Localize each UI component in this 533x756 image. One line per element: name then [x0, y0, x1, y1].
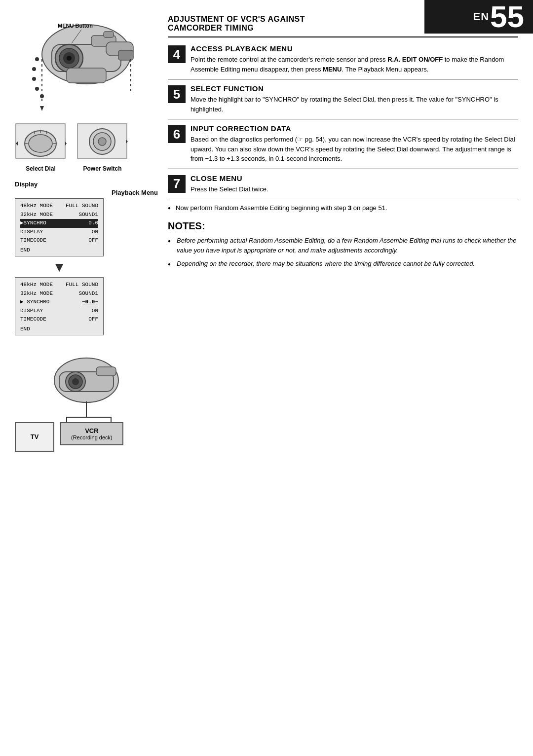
- step-6-title: INPUT CORRECTION DATA: [190, 124, 518, 133]
- power-switch-label: Power Switch: [83, 165, 121, 172]
- arrow-down-indicator: ▼: [15, 259, 104, 275]
- svg-point-18: [40, 94, 44, 98]
- dial-row: Select Dial Power Switch: [15, 123, 158, 172]
- camcorder-bottom-container: [15, 353, 158, 427]
- menu-row-3-highlighted: ▶SYNCHRO0.0: [20, 219, 98, 228]
- menu-screen-container: 48kHz MODEFULL SOUND 32kHz MODESOUND1 ▶S…: [15, 198, 104, 338]
- svg-rect-10: [67, 68, 106, 83]
- notes-section: NOTES: Before performing actual Random A…: [168, 220, 518, 269]
- power-switch-box: Power Switch: [76, 123, 128, 172]
- tv-label: TV: [31, 433, 39, 440]
- menu2-row-1: 48kHz MODEFULL SOUND: [20, 281, 98, 289]
- vcr-sublabel: (Recording deck): [71, 434, 113, 440]
- page-title-line2: CAMCORDER TIMING: [168, 24, 518, 33]
- right-column: ADJUSTMENT OF VCR'S AGAINST CAMCORDER TI…: [168, 15, 518, 273]
- menu-row-1: 48kHz MODEFULL SOUND: [20, 202, 98, 211]
- step-7-number: 7: [168, 175, 186, 193]
- step-5-number: 5: [168, 85, 186, 103]
- menu-screen-1: 48kHz MODEFULL SOUND 32kHz MODESOUND1 ▶S…: [15, 198, 104, 256]
- step-6: 6 INPUT CORRECTION DATA Based on the dia…: [168, 124, 518, 169]
- display-label-area: Display: [15, 180, 158, 188]
- menu-end-2: END: [20, 326, 98, 332]
- menu2-row-5: TIMECODEOFF: [20, 315, 98, 324]
- notes-list: Before performing actual Random Assemble…: [168, 236, 518, 269]
- tv-box: TV: [15, 422, 54, 452]
- svg-point-40: [72, 378, 79, 385]
- svg-text:MENU Button: MENU Button: [58, 23, 93, 29]
- select-dial-box: Select Dial: [15, 123, 67, 172]
- playback-menu-label-row: Playback Menu: [15, 189, 158, 197]
- step-7: 7 CLOSE MENU Press the Select Dial twice…: [168, 174, 518, 200]
- vcr-label: VCR: [71, 427, 113, 434]
- svg-marker-12: [40, 106, 44, 111]
- svg-marker-27: [65, 142, 67, 145]
- step-6-number: 6: [168, 125, 186, 143]
- menu2-row-4: DISPLAYON: [20, 307, 98, 316]
- svg-point-15: [32, 67, 36, 71]
- svg-point-14: [35, 57, 39, 61]
- svg-point-34: [98, 138, 106, 145]
- menu2-row-3: ▶ SYNCHRO−0.0−: [20, 298, 98, 307]
- step-6-body: Based on the diagnostics performed (☞ pg…: [190, 135, 518, 164]
- camcorder-illustration: MENU Button: [27, 15, 146, 120]
- note-item-2: Depending on the recorder, there may be …: [168, 259, 518, 269]
- step-4-title: ACCESS PLAYBACK MENU: [190, 44, 518, 53]
- step-7-body: Press the Select Dial twice.: [190, 184, 268, 194]
- step-4-number: 4: [168, 45, 186, 63]
- note-item-1: Before performing actual Random Assemble…: [168, 236, 518, 255]
- vcr-box: VCR (Recording deck): [60, 422, 123, 445]
- tv-container: TV: [15, 422, 54, 452]
- camcorder-svg: MENU Button: [27, 15, 146, 118]
- svg-point-16: [32, 77, 36, 81]
- menu-row-2: 32kHz MODESOUND1: [20, 211, 98, 219]
- menu-row-4: DISPLAYON: [20, 228, 98, 237]
- menu-row-5: TIMECODEOFF: [20, 236, 98, 245]
- menu2-row-2: 32kHz MODESOUND1: [20, 289, 98, 298]
- step-4: 4 ACCESS PLAYBACK MENU Point the remote …: [168, 44, 518, 79]
- menu-end-1: END: [20, 247, 98, 253]
- power-switch-svg: [76, 123, 128, 162]
- select-dial-label: Select Dial: [26, 165, 56, 172]
- svg-point-17: [35, 87, 39, 91]
- display-label: Display: [15, 180, 38, 188]
- bullet-note: ● Now perform Random Assemble Editing be…: [168, 204, 518, 212]
- step-5: 5 SELECT FUNCTION Move the highlight bar…: [168, 84, 518, 119]
- svg-rect-9: [118, 50, 133, 60]
- svg-point-23: [29, 135, 52, 152]
- step-5-title: SELECT FUNCTION: [190, 84, 518, 93]
- svg-rect-7: [104, 32, 114, 37]
- page-title-line1: ADJUSTMENT OF VCR'S AGAINST: [168, 15, 518, 24]
- menu-screens-row: 48kHz MODEFULL SOUND 32kHz MODESOUND1 ▶S…: [15, 198, 158, 338]
- step-4-body: Point the remote control at the camcorde…: [190, 55, 518, 74]
- left-column: MENU Button Select Dial: [15, 15, 158, 452]
- svg-rect-41: [96, 367, 116, 376]
- notes-title: NOTES:: [168, 220, 518, 232]
- page-title: ADJUSTMENT OF VCR'S AGAINST CAMCORDER TI…: [168, 15, 518, 37]
- camcorder-bottom-svg: [42, 353, 131, 427]
- svg-point-5: [67, 56, 72, 61]
- playback-menu-label: Playback Menu: [112, 189, 158, 196]
- step-5-body: Move the highlight bar to "SYNCHRO" by r…: [190, 95, 518, 114]
- bottom-diagram: TV VCR (Recording deck): [15, 353, 158, 452]
- step-7-title: CLOSE MENU: [190, 174, 268, 182]
- select-dial-svg: [15, 123, 67, 162]
- menu-screen-2: 48kHz MODEFULL SOUND 32kHz MODESOUND1 ▶ …: [15, 277, 104, 335]
- tv-vcr-row: TV VCR (Recording deck): [15, 422, 158, 452]
